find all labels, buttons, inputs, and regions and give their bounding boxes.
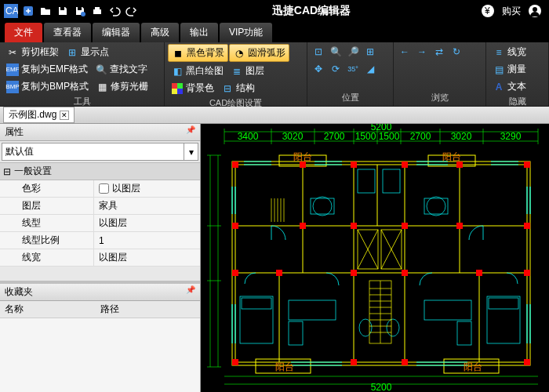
linewidth-button[interactable]: ≡线宽 [489, 44, 529, 60]
bw-draw-button[interactable]: ◧黑白绘图 [168, 63, 227, 79]
copy-bmp-button[interactable]: BMP复制为BMP格式 [3, 78, 92, 95]
prop-row-ltscale[interactable]: 线型比例1 [0, 232, 200, 249]
user-icon[interactable] [527, 3, 543, 19]
svg-rect-72 [524, 359, 530, 365]
properties-header: 属性 📌 [0, 124, 200, 141]
svg-rect-15 [177, 89, 183, 94]
zoom-out-icon[interactable]: 🔎 [347, 45, 359, 58]
tab-editor[interactable]: 编辑器 [93, 23, 140, 42]
file-tab-name: 示例图.dwg [9, 108, 56, 122]
close-tab-icon[interactable]: ✕ [60, 111, 69, 120]
default-dropdown[interactable]: 默认值 ▾ [2, 143, 198, 161]
svg-point-5 [81, 12, 85, 16]
titlebar: CAD 迅捷CAD编辑器 ¥ 购买 [0, 0, 549, 22]
group-label-browse: 浏览 [397, 91, 482, 104]
collapse-icon[interactable]: ⊟ [3, 166, 11, 177]
svg-text:5200: 5200 [371, 382, 392, 392]
section-general[interactable]: ⊟一般设置 [0, 162, 200, 180]
arrow-left-icon[interactable]: ← [398, 45, 411, 58]
smooth-arc-button[interactable]: ◔圆滑弧形 [229, 44, 289, 62]
col-path[interactable]: 路径 [100, 303, 196, 316]
svg-rect-13 [177, 83, 183, 89]
workspace: 属性 📌 默认值 ▾ ⊟一般设置 色彩以图层 图层家具 线型以图层 线型比例1 … [0, 124, 549, 392]
svg-rect-3 [60, 7, 64, 10]
refresh-icon[interactable]: ↻ [450, 45, 463, 58]
svg-rect-7 [95, 7, 100, 9]
prop-row-layer[interactable]: 图层家具 [0, 198, 200, 215]
tab-output[interactable]: 输出 [180, 23, 218, 42]
zoom-in-icon[interactable]: 🔍 [329, 45, 342, 58]
tab-advanced[interactable]: 高级 [141, 23, 179, 42]
chevron-down-icon[interactable]: ▾ [184, 143, 198, 160]
new-icon[interactable] [20, 3, 36, 19]
ribbon: ✂剪切框架 ⊞显示点 EMF复制为EMF格式 🔍查找文字 BMP复制为BMP格式… [0, 42, 549, 107]
app-title: 迅捷CAD编辑器 [143, 4, 480, 18]
text-icon: A [493, 81, 505, 93]
prop-row-lineweight[interactable]: 线宽以图层 [0, 249, 200, 267]
coin-icon[interactable]: ¥ [480, 3, 496, 19]
ruler-icon: ▤ [493, 64, 505, 76]
drawing-canvas[interactable]: 阳台 阳台 阳台 阳台 5200 3400 3020 2700 1500 150… [201, 124, 549, 392]
arrow-right-icon[interactable]: → [416, 45, 428, 58]
svg-rect-55 [456, 162, 463, 168]
angle2-icon[interactable]: ◢ [364, 63, 376, 75]
measure-button[interactable]: ▤测量 [489, 61, 529, 78]
angle-icon[interactable]: 35° [347, 63, 359, 75]
trim-raster-button[interactable]: ▦修剪光栅 [93, 78, 151, 95]
svg-rect-56 [524, 162, 530, 168]
save-icon[interactable] [55, 3, 71, 19]
svg-rect-62 [524, 223, 530, 229]
pan-icon[interactable]: ✥ [312, 63, 325, 75]
redo-icon[interactable] [124, 3, 140, 19]
crop-frame-button[interactable]: ✂剪切框架 [3, 44, 62, 60]
black-bg-icon: ◼ [172, 47, 184, 60]
show-points-button[interactable]: ⊞显示点 [63, 44, 112, 60]
file-tab[interactable]: 示例图.dwg ✕ [3, 107, 75, 123]
buy-link[interactable]: 购买 [502, 5, 521, 18]
saveas-icon[interactable] [72, 3, 88, 19]
bg-color-button[interactable]: 背景色 [168, 80, 217, 96]
layers-button[interactable]: ≣图层 [227, 63, 267, 79]
svg-text:CAD: CAD [5, 5, 18, 16]
svg-rect-52 [300, 162, 306, 168]
text-button[interactable]: A文本 [489, 78, 529, 95]
svg-text:3290: 3290 [500, 131, 522, 142]
zoom-area-icon[interactable]: ⊞ [364, 45, 376, 58]
svg-text:3020: 3020 [451, 131, 472, 142]
svg-rect-66 [402, 270, 408, 276]
group-label-hide: 隐藏 [489, 95, 545, 108]
structure-icon: ⊟ [221, 82, 234, 95]
favorites-header: 收藏夹 📌 [0, 284, 200, 301]
svg-rect-60 [402, 223, 408, 229]
copy-emf-button[interactable]: EMF复制为EMF格式 [3, 61, 91, 78]
svg-rect-64 [276, 270, 282, 276]
find-text-button[interactable]: 🔍查找文字 [92, 61, 151, 78]
pin-icon[interactable]: 📌 [186, 125, 195, 139]
svg-rect-57 [232, 223, 238, 229]
svg-rect-59 [351, 223, 357, 229]
open-icon[interactable] [38, 3, 53, 19]
rotate-icon[interactable]: ⟳ [329, 63, 342, 75]
tab-viewer[interactable]: 查看器 [44, 23, 91, 42]
col-name[interactable]: 名称 [5, 303, 100, 316]
black-bg-button[interactable]: ◼黑色背景 [168, 44, 228, 62]
swap-icon[interactable]: ⇄ [433, 45, 445, 58]
svg-rect-69 [232, 359, 238, 365]
tab-file[interactable]: 文件 [5, 23, 42, 42]
prop-row-color[interactable]: 色彩以图层 [0, 180, 200, 198]
svg-text:2700: 2700 [324, 131, 345, 142]
menu-tabs: 文件 查看器 编辑器 高级 输出 VIP功能 [0, 22, 549, 42]
app-icon: CAD [3, 3, 19, 19]
tab-vip[interactable]: VIP功能 [220, 23, 272, 42]
structure-button[interactable]: ⊟结构 [218, 80, 258, 96]
undo-icon[interactable] [107, 3, 122, 19]
svg-rect-70 [351, 359, 357, 365]
zoom-fit-icon[interactable]: ⊡ [312, 45, 325, 58]
bylayer-checkbox[interactable] [99, 183, 109, 194]
favorites-columns: 名称 路径 [0, 301, 200, 318]
svg-rect-67 [476, 270, 482, 276]
print-icon[interactable] [89, 3, 105, 19]
prop-row-linetype[interactable]: 线型以图层 [0, 215, 200, 232]
group-label-cad: CAD绘图设置 [168, 96, 304, 110]
pin-icon[interactable]: 📌 [186, 285, 195, 299]
